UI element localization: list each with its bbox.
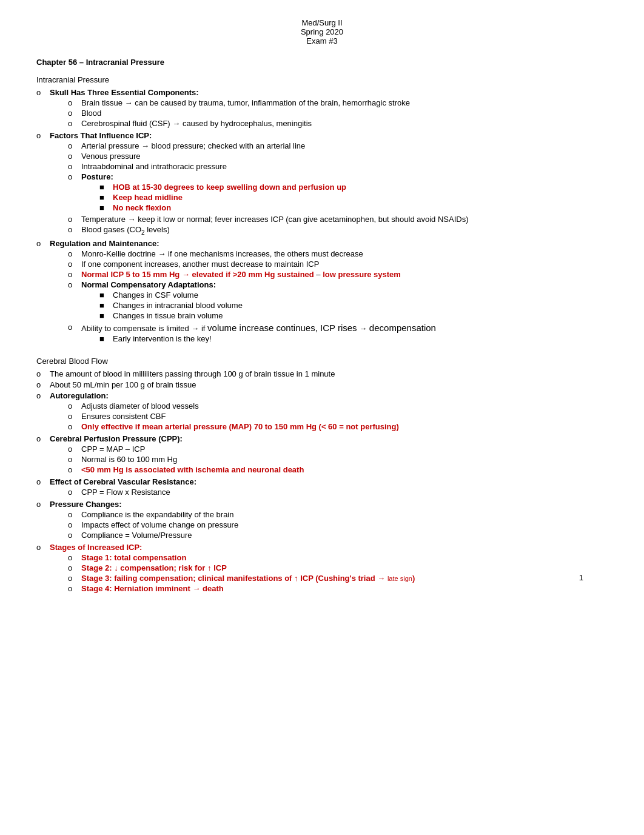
skull-item-blood: o Blood — [68, 109, 410, 118]
bullet-sq6: ■ — [99, 311, 109, 320]
stage4: o Stage 4: Herniation imminent → death — [68, 584, 415, 593]
factors-arterial-text: Arterial pressure → blood pressure; chec… — [81, 141, 305, 150]
factors-posture: o Posture: ■ HOB at 15-30 degrees to kee… — [68, 172, 469, 213]
factors-temp-text: Temperature → keep it low or normal; fev… — [81, 215, 469, 224]
skull-brain-text: Brain tissue → can be caused by trauma, … — [81, 98, 410, 107]
page-number: 1 — [579, 573, 583, 582]
reg-ability: o Ability to compensate is limited → if … — [68, 323, 436, 344]
bullet-o38: o — [68, 584, 78, 593]
bullet-sq7: ■ — [99, 334, 109, 343]
pressure-formula-text: Compliance = Volume/Pressure — [81, 531, 192, 540]
factors-intra-text: Intraabdominal and intrathoracic pressur… — [81, 162, 227, 171]
reg-component-text: If one component increases, another must… — [81, 260, 319, 269]
bullet-o11: o — [68, 225, 78, 234]
bullet-o27: o — [68, 465, 78, 474]
cbf-amount-text: The amount of blood in milliliters passi… — [50, 369, 335, 378]
bullet-sq5: ■ — [99, 301, 109, 310]
page-header: Med/Surg II Spring 2020 Exam #3 — [36, 18, 608, 45]
auto-title: Autoregulation: — [50, 391, 109, 400]
regulation-sublist: o Monro-Kellie doctrine → if one mechani… — [50, 249, 436, 344]
auto-ensures: o Ensures consistent CBF — [68, 412, 399, 421]
cpp-title: Cerebral Perfusion Pressure (CPP): — [50, 434, 183, 443]
normal-comp-sublist: ■ Changes in CSF volume ■ Changes in int… — [81, 290, 243, 320]
bullet-o16: o — [68, 280, 78, 289]
stage4-text: Stage 4: Herniation imminent → death — [81, 584, 224, 593]
stages-sublist: o Stage 1: total compensation o Stage 2:… — [50, 553, 415, 593]
bullet-o6: o — [68, 141, 78, 150]
bullet-o28: o — [36, 477, 46, 486]
vascular-title: Effect of Cerebral Vascular Resistance: — [50, 477, 196, 486]
skull-item-csf: o Cerebrospinal fluid (CSF) → caused by … — [68, 119, 410, 128]
bullet-o31: o — [68, 510, 78, 519]
bullet-o37: o — [68, 574, 78, 583]
bullet-o33: o — [68, 531, 78, 540]
bullet-o20: o — [36, 391, 46, 400]
bullet-o2: o — [68, 98, 78, 107]
pressure-compliance: o Compliance is the expandability of the… — [68, 510, 238, 519]
skull-blood-text: Blood — [81, 109, 101, 118]
cpp-formula: o CPP = MAP – ICP — [68, 444, 304, 454]
section-icp: Intracranial Pressure — [36, 75, 608, 84]
posture-flexion: ■ No neck flexion — [99, 203, 346, 212]
cbf-item-amount: o The amount of blood in milliliters pas… — [36, 369, 608, 378]
bullet-o25: o — [68, 444, 78, 454]
auto-adjusts-text: Adjusts diameter of blood vessels — [81, 401, 199, 411]
auto-only-text: Only effective if mean arterial pressure… — [81, 422, 399, 431]
bullet-o3: o — [68, 109, 78, 118]
pressure-impacts-text: Impacts effect of volume change on press… — [81, 520, 238, 529]
bullet-o7: o — [68, 152, 78, 161]
comp-csf-text: Changes in CSF volume — [113, 290, 198, 300]
bullet-o22: o — [68, 412, 78, 421]
reg-early: ■ Early intervention is the key! — [99, 334, 436, 343]
bullet-o19: o — [36, 380, 46, 389]
bullet-o10: o — [68, 215, 78, 224]
bullet-sq1: ■ — [99, 183, 109, 192]
bullet-o35: o — [68, 553, 78, 562]
posture-sublist: ■ HOB at 15-30 degrees to keep swelling … — [81, 183, 346, 212]
factors-venous: o Venous pressure — [68, 152, 469, 161]
stage1-text: Stage 1: total compensation — [81, 553, 186, 562]
factors-arterial: o Arterial pressure → blood pressure; ch… — [68, 141, 469, 150]
bullet-o18: o — [36, 369, 46, 378]
cbf-item-cpp: o Cerebral Perfusion Pressure (CPP): o C… — [36, 434, 608, 475]
reg-early-text: Early intervention is the key! — [113, 334, 212, 343]
vascular-cpp: o CPP = Flow x Resistance — [68, 488, 196, 497]
bullet-o14: o — [68, 260, 78, 269]
factors-sublist: o Arterial pressure → blood pressure; ch… — [50, 141, 469, 236]
reg-component: o If one component increases, another mu… — [68, 260, 436, 269]
reg-monro-text: Monro-Kellie doctrine → if one mechanism… — [81, 249, 363, 258]
list-item-factors: o Factors That Influence ICP: o Arterial… — [36, 131, 608, 237]
cbf-item-pressure: o Pressure Changes: o Compliance is the … — [36, 500, 608, 541]
bullet-o15: o — [68, 270, 78, 279]
bullet-sq3: ■ — [99, 203, 109, 212]
bullet-o: o — [36, 88, 46, 97]
cbf-item-vascular: o Effect of Cerebral Vascular Resistance… — [36, 477, 608, 498]
factors-temp: o Temperature → keep it low or normal; f… — [68, 215, 469, 224]
auto-adjusts: o Adjusts diameter of blood vessels — [68, 401, 399, 411]
bullet-o12: o — [36, 239, 46, 248]
skull-csf-text: Cerebrospinal fluid (CSF) → caused by hy… — [81, 119, 312, 128]
header-line3: Exam #3 — [36, 36, 608, 45]
bullet-sq4: ■ — [99, 290, 109, 300]
skull-sublist: o Brain tissue → can be caused by trauma… — [50, 98, 410, 128]
cpp-50-text: <50 mm Hg is associated with ischemia an… — [81, 465, 304, 474]
posture-midline-text: Keep head midline — [113, 193, 183, 202]
bullet-o24: o — [36, 434, 46, 443]
comp-tissue-text: Changes in tissue brain volume — [113, 311, 223, 320]
posture-flexion-text: No neck flexion — [113, 203, 171, 212]
vascular-sublist: o CPP = Flow x Resistance — [50, 488, 196, 497]
pressure-sublist: o Compliance is the expandability of the… — [50, 510, 238, 540]
section-cbf: Cerebral Blood Flow — [36, 357, 608, 366]
stage1: o Stage 1: total compensation — [68, 553, 415, 562]
header-line2: Spring 2020 — [36, 27, 608, 36]
list-item-skull: o Skull Has Three Essential Components: … — [36, 88, 608, 129]
posture-title: Posture: — [81, 172, 113, 181]
cpp-formula-text: CPP = MAP – ICP — [81, 444, 145, 454]
comp-blood-vol: ■ Changes in intracranial blood volume — [99, 301, 243, 310]
cbf-item-stages: o Stages of Increased ICP: o Stage 1: to… — [36, 543, 608, 594]
cbf-list: o The amount of blood in milliliters pas… — [36, 369, 608, 594]
list-item-regulation: o Regulation and Maintenance: o Monro-Ke… — [36, 239, 608, 346]
posture-midline: ■ Keep head midline — [99, 193, 346, 202]
bullet-sq2: ■ — [99, 193, 109, 202]
pressure-impacts: o Impacts effect of volume change on pre… — [68, 520, 238, 529]
